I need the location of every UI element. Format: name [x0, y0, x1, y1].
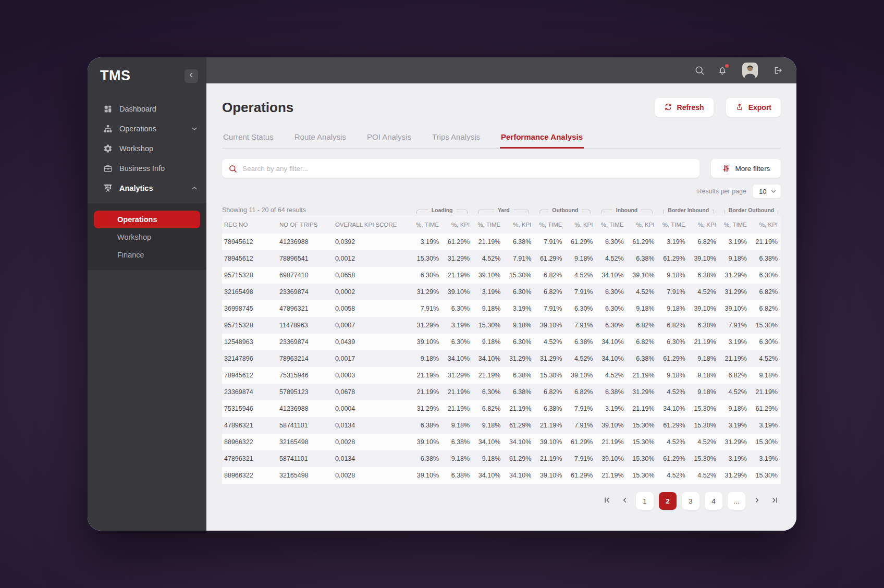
cell-metric: 39.10% [411, 434, 442, 450]
next-page-button[interactable] [751, 492, 763, 510]
table-row: 78945612788965410,001215.30%31.29%4.52%7… [222, 250, 781, 267]
cell-no-of-trips: 78896541 [277, 250, 333, 267]
cell-metric: 9.18% [504, 317, 534, 334]
cell-metric: 7.91% [534, 300, 565, 317]
cell-metric: 31.29% [411, 317, 442, 334]
cell-metric: 21.19% [750, 384, 781, 400]
cell-metric: 6.82% [534, 267, 565, 284]
first-page-button[interactable] [600, 492, 613, 510]
cell-metric: 6.30% [473, 384, 504, 400]
cell-metric: 39.10% [411, 334, 442, 350]
page-header: Operations Refresh Export [222, 98, 781, 117]
search-icon [228, 164, 237, 173]
cell-metric: 39.10% [534, 467, 565, 484]
table-body: 78945612412369880,03923.19%61.29%21.19%6… [222, 234, 781, 484]
cell-metric: 6.30% [596, 234, 627, 250]
cell-no-of-trips: 23369874 [277, 284, 333, 300]
export-label: Export [748, 103, 771, 112]
cell-metric: 31.29% [534, 350, 565, 367]
column-header-reg-no: REG NO [222, 216, 277, 234]
search-box [222, 159, 699, 178]
bracket-line [539, 210, 548, 214]
search-button[interactable] [694, 65, 705, 76]
page-button-4[interactable]: 4 [705, 492, 722, 510]
prev-page-button[interactable] [618, 492, 631, 510]
cell-metric: 6.38% [689, 267, 719, 284]
cell-metric: 6.30% [442, 300, 473, 317]
submenu-item-operations[interactable]: Operations [94, 211, 200, 228]
sidebar-item-dashboard[interactable]: Dashboard [88, 99, 206, 119]
cell-metric: 31.29% [411, 284, 442, 300]
cell-reg-no: 36998745 [222, 300, 277, 317]
cell-overall-kpi-score: 0,0134 [333, 450, 411, 467]
notifications-button[interactable] [717, 65, 728, 76]
tab-trips-analysis[interactable]: Trips Analysis [431, 127, 481, 149]
cell-metric: 7.91% [565, 450, 596, 467]
cell-metric: 3.19% [750, 450, 781, 467]
logout-button[interactable] [772, 65, 783, 76]
tab-poi-analysis[interactable]: POI Analysis [366, 127, 412, 149]
cell-metric: 31.29% [719, 284, 750, 300]
bracket-line [778, 210, 778, 214]
column-header--kpi: %, KPI [565, 216, 596, 234]
cell-metric: 15.30% [689, 417, 719, 434]
cell-metric: 4.52% [565, 267, 596, 284]
cell-metric: 6.30% [565, 300, 596, 317]
submenu-item-workshop[interactable]: Workshop [94, 228, 200, 246]
user-avatar[interactable] [742, 63, 758, 78]
cell-reg-no: 32147896 [222, 350, 277, 367]
sidebar-item-label: Workshop [119, 144, 153, 153]
sidebar-collapse-button[interactable] [185, 69, 198, 83]
page-button-3[interactable]: 3 [682, 492, 699, 510]
bell-icon [717, 68, 728, 77]
cell-overall-kpi-score: 0,0134 [333, 417, 411, 434]
cell-metric: 9.18% [473, 450, 504, 467]
last-page-button[interactable] [768, 492, 781, 510]
page-button-1[interactable]: 1 [636, 492, 654, 510]
cell-metric: 6.30% [596, 300, 627, 317]
tab-current-status[interactable]: Current Status [222, 127, 275, 149]
sidebar-submenu: OperationsWorkshopFinance [88, 203, 206, 270]
cell-metric: 34.10% [596, 334, 627, 350]
cell-metric: 9.18% [442, 417, 473, 434]
search-input[interactable] [242, 165, 693, 173]
cell-metric: 15.30% [750, 317, 781, 334]
results-per-page-select[interactable]: 10 [753, 185, 781, 198]
cell-metric: 4.52% [596, 250, 627, 267]
cell-overall-kpi-score: 0,0003 [333, 367, 411, 384]
cell-metric: 6.38% [534, 400, 565, 417]
page-button-2[interactable]: 2 [659, 492, 677, 510]
tab-route-analysis[interactable]: Route Analysis [293, 127, 347, 149]
sidebar-item-operations[interactable]: Operations [88, 119, 206, 139]
sidebar-item-workshop[interactable]: Workshop [88, 139, 206, 158]
cell-metric: 21.19% [719, 350, 750, 367]
cell-metric: 61.29% [565, 467, 596, 484]
more-filters-button[interactable]: More filters [711, 159, 781, 178]
cell-reg-no: 78945612 [222, 234, 277, 250]
refresh-button[interactable]: Refresh [655, 98, 714, 117]
cell-overall-kpi-score: 0,0012 [333, 250, 411, 267]
export-button[interactable]: Export [726, 98, 781, 117]
tab-performance-analysis[interactable]: Performance Analysis [500, 127, 584, 149]
page-ellipsis-button[interactable]: ... [728, 492, 745, 510]
bracket-line [478, 210, 494, 214]
cell-metric: 6.82% [565, 384, 596, 400]
cell-metric: 3.19% [719, 450, 750, 467]
submenu-item-finance[interactable]: Finance [94, 246, 200, 264]
cell-metric: 34.10% [596, 267, 627, 284]
cell-metric: 15.30% [473, 317, 504, 334]
cell-metric: 9.18% [411, 350, 442, 367]
cell-metric: 9.18% [750, 367, 781, 384]
cell-metric: 21.19% [411, 384, 442, 400]
sidebar-item-business-info[interactable]: Business Info [88, 158, 206, 178]
cell-metric: 6.38% [411, 417, 442, 434]
sidebar-item-analytics[interactable]: Analytics [88, 178, 206, 198]
column-group-label: Yard [494, 207, 513, 213]
cell-metric: 9.18% [473, 417, 504, 434]
cell-overall-kpi-score: 0,0017 [333, 350, 411, 367]
table-head: Showing 11 - 20 of 64 resultsLoadingYard… [222, 201, 781, 234]
cell-metric: 9.18% [658, 267, 689, 284]
cell-metric: 4.52% [658, 434, 689, 450]
cell-metric: 4.52% [596, 367, 627, 384]
last-page-icon [771, 496, 779, 506]
